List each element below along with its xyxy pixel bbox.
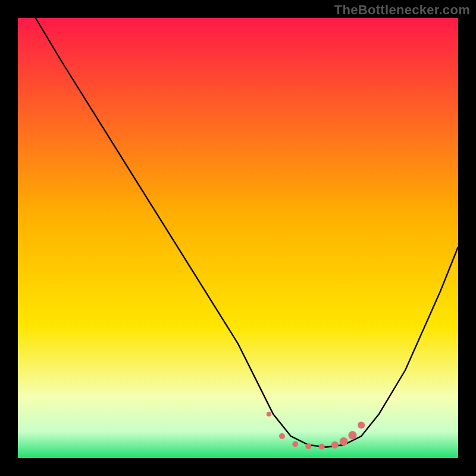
watermark-text: TheBottlenecker.com — [334, 2, 470, 18]
plot-area — [18, 18, 458, 458]
chart-svg — [18, 18, 458, 458]
sweet-spot-point — [319, 444, 325, 450]
sweet-spot-point — [267, 412, 271, 416]
sweet-spot-point — [348, 431, 356, 440]
sweet-spot-point — [292, 441, 298, 447]
sweet-spot-point — [305, 443, 311, 449]
sweet-spot-point — [331, 441, 339, 449]
sweet-spot-point — [358, 422, 365, 429]
sweet-spot-point — [340, 437, 348, 446]
sweet-spot-point — [279, 433, 285, 439]
chart-frame: TheBottlenecker.com — [0, 0, 476, 476]
